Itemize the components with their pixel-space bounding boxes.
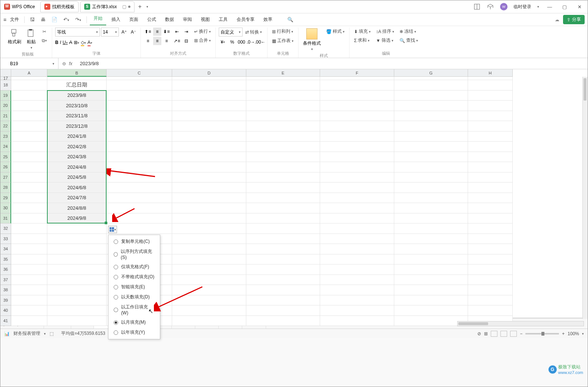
fill-option-0[interactable]: 复制单元格(C): [108, 237, 160, 247]
cell-E21[interactable]: [246, 111, 320, 121]
cell-F34[interactable]: [320, 244, 394, 254]
fill-style-button[interactable]: 🪣样式▾: [325, 28, 346, 35]
cell-A17[interactable]: [11, 77, 47, 80]
user-avatar[interactable]: W: [500, 3, 508, 10]
cell-E26[interactable]: [246, 162, 320, 172]
cell-F41[interactable]: [320, 316, 394, 326]
cell-A25[interactable]: [11, 152, 47, 162]
cell-G34[interactable]: [394, 244, 468, 254]
cell-C30[interactable]: [107, 203, 172, 213]
row-header-19[interactable]: 19: [0, 91, 11, 101]
cell-B33[interactable]: [47, 234, 107, 244]
cell-G37[interactable]: [394, 275, 468, 285]
underline-button[interactable]: U▾: [63, 40, 68, 45]
row-header-33[interactable]: 33: [0, 234, 11, 244]
row-header-23[interactable]: 23: [0, 131, 11, 142]
row-header-21[interactable]: 21: [0, 111, 11, 121]
row-header-24[interactable]: 24: [0, 142, 11, 152]
cell-H39[interactable]: [468, 295, 513, 306]
cell-F33[interactable]: [320, 234, 394, 244]
minimize-button[interactable]: —: [545, 4, 554, 10]
cell-D35[interactable]: [172, 254, 246, 265]
status-link-icon[interactable]: ⊘: [477, 331, 481, 336]
cell-E34[interactable]: [246, 244, 320, 254]
menu-formula[interactable]: 公式: [143, 15, 160, 24]
cell-D20[interactable]: [172, 101, 246, 111]
cell-H29[interactable]: [468, 193, 513, 203]
column-header-H[interactable]: H: [468, 69, 513, 77]
zoom-out-button[interactable]: −: [520, 331, 522, 336]
cell-C23[interactable]: [107, 131, 172, 142]
cell-F17[interactable]: [320, 77, 394, 80]
cell-D17[interactable]: [172, 77, 246, 80]
cell-E25[interactable]: [246, 152, 320, 162]
cell-H27[interactable]: [468, 172, 513, 183]
percent-icon[interactable]: %: [228, 38, 236, 46]
cell-E36[interactable]: [246, 264, 320, 275]
cell-E32[interactable]: [246, 223, 320, 234]
view-page-icon[interactable]: [500, 331, 507, 337]
cell-C22[interactable]: [107, 121, 172, 131]
cell-G26[interactable]: [394, 162, 468, 172]
row-header-22[interactable]: 22: [0, 121, 11, 131]
cell-G24[interactable]: [394, 142, 468, 152]
cell-F25[interactable]: [320, 152, 394, 162]
formula-input[interactable]: 2023/9/8: [76, 61, 588, 66]
menu-page[interactable]: 页面: [126, 15, 142, 24]
row-header-40[interactable]: 40: [0, 305, 11, 316]
font-color-button[interactable]: A▾: [88, 40, 92, 45]
fill-color-button[interactable]: ◇▾: [81, 40, 86, 45]
cell-H22[interactable]: [468, 121, 513, 131]
cell-E19[interactable]: [246, 91, 320, 101]
cell-A21[interactable]: [11, 111, 47, 121]
cell-F31[interactable]: [320, 213, 394, 224]
cell-A27[interactable]: [11, 172, 47, 183]
cell-G18[interactable]: [394, 80, 468, 91]
select-all-corner[interactable]: [0, 69, 11, 77]
cell-B37[interactable]: [47, 275, 107, 285]
cell-E23[interactable]: [246, 131, 320, 142]
row-header-38[interactable]: 38: [0, 285, 11, 295]
cell-E17[interactable]: [246, 77, 320, 80]
column-header-D[interactable]: D: [172, 69, 246, 77]
cell-E22[interactable]: [246, 121, 320, 131]
cell-C24[interactable]: [107, 142, 172, 152]
cell-H26[interactable]: [468, 162, 513, 172]
app-tab-wps[interactable]: WPS Office: [0, 1, 39, 12]
row-header-34[interactable]: 34: [0, 244, 11, 254]
cell-H34[interactable]: [468, 244, 513, 254]
cell-F22[interactable]: [320, 121, 394, 131]
cell-F36[interactable]: [320, 264, 394, 275]
cell-G25[interactable]: [394, 152, 468, 162]
cell-C26[interactable]: [107, 162, 172, 172]
cell-G22[interactable]: [394, 121, 468, 131]
cell-C29[interactable]: [107, 193, 172, 203]
row-header-18[interactable]: 18: [0, 80, 11, 91]
cell-B19[interactable]: 2023/9/8: [47, 91, 107, 101]
cut-icon[interactable]: ✂: [40, 28, 49, 36]
merge-button[interactable]: ⊞合并▾: [193, 37, 212, 44]
new-tab-button[interactable]: +: [135, 3, 145, 10]
cell-C27[interactable]: [107, 172, 172, 183]
view-break-icon[interactable]: [510, 331, 517, 337]
cell-G20[interactable]: [394, 101, 468, 111]
cell-D24[interactable]: [172, 142, 246, 152]
cell-H40[interactable]: [468, 305, 513, 316]
wrap-text-button[interactable]: ↵换行▾: [193, 28, 212, 35]
cell-H24[interactable]: [468, 142, 513, 152]
cell-F18[interactable]: [320, 80, 394, 91]
cancel-fx-icon[interactable]: ⊖: [62, 61, 66, 66]
sum-button[interactable]: Σ求和▾: [353, 37, 372, 44]
cell-G17[interactable]: [394, 77, 468, 80]
status-grid-icon[interactable]: ⊞: [484, 331, 488, 336]
cell-A23[interactable]: [11, 131, 47, 142]
cell-G28[interactable]: [394, 183, 468, 193]
sort-button[interactable]: ↕A排序▾: [374, 28, 396, 35]
cell-A40[interactable]: [11, 305, 47, 316]
column-header-C[interactable]: C: [107, 69, 172, 77]
cell-E28[interactable]: [246, 183, 320, 193]
cell-C20[interactable]: [107, 101, 172, 111]
copy-icon[interactable]: ⧉▾: [40, 37, 49, 45]
cell-B20[interactable]: 2023/10/8: [47, 101, 107, 111]
cell-D23[interactable]: [172, 131, 246, 142]
